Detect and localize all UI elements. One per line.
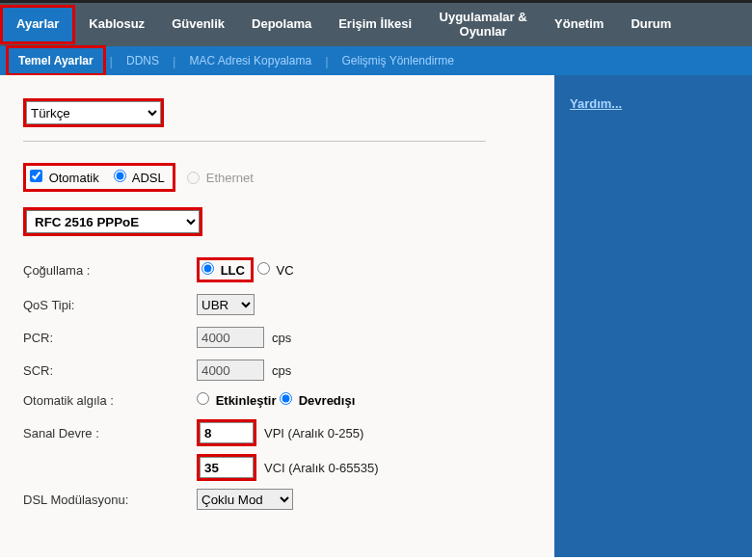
auto-adsl-highlight: Otomatik ADSL bbox=[23, 163, 175, 192]
mux-llc-highlight: LLC bbox=[197, 257, 254, 282]
auto-checkbox-label[interactable]: Otomatik bbox=[30, 170, 99, 185]
mux-llc-text: LLC bbox=[221, 263, 245, 278]
subnav-ddns[interactable]: DDNS bbox=[117, 48, 169, 73]
qos-label: QoS Tipi: bbox=[23, 298, 197, 312]
scr-row: SCR: cps bbox=[23, 360, 537, 381]
subnav-temel-ayarlar[interactable]: Temel Ayarlar bbox=[6, 45, 106, 76]
pcr-unit: cps bbox=[272, 331, 291, 345]
autodetect-disable-label[interactable]: Devredışı bbox=[280, 392, 355, 408]
autodetect-label: Otomatik algıla : bbox=[23, 393, 197, 408]
vci-input[interactable] bbox=[200, 457, 254, 478]
autodetect-row: Otomatik algıla : Etkinleştir Devredışı bbox=[23, 392, 537, 408]
help-link[interactable]: Yardım... bbox=[570, 96, 622, 111]
ethernet-radio[interactable] bbox=[187, 172, 200, 184]
mux-vc-radio[interactable] bbox=[257, 262, 270, 275]
dsl-mod-row: DSL Modülasyonu: Çoklu Mod bbox=[23, 489, 537, 510]
mux-vc-text: VC bbox=[277, 263, 294, 278]
subnav-sep: | bbox=[106, 54, 117, 68]
main-area: Türkçe Otomatik ADSL Ethernet bbox=[0, 75, 752, 557]
scr-input[interactable] bbox=[197, 360, 264, 381]
language-highlight: Türkçe bbox=[23, 98, 164, 127]
subnav-mac-kopyalama[interactable]: MAC Adresi Kopyalama bbox=[179, 48, 321, 73]
adsl-text: ADSL bbox=[132, 171, 165, 185]
scr-label: SCR: bbox=[23, 363, 197, 378]
ethernet-text: Ethernet bbox=[206, 171, 254, 185]
vc-label: Sanal Devre : bbox=[23, 426, 197, 440]
connection-type-row: Otomatik ADSL Ethernet bbox=[23, 163, 537, 192]
qos-select[interactable]: UBR bbox=[197, 294, 255, 315]
nav-yonetim[interactable]: Yönetim bbox=[541, 8, 617, 40]
help-sidebar: Yardım... bbox=[554, 75, 752, 557]
pcr-row: PCR: cps bbox=[23, 327, 537, 348]
qos-row: QoS Tipi: UBR bbox=[23, 294, 537, 315]
pcr-input[interactable] bbox=[197, 327, 264, 348]
auto-checkbox[interactable] bbox=[30, 170, 42, 182]
encapsulation-select[interactable]: RFC 2516 PPPoE bbox=[26, 210, 200, 233]
pcr-label: PCR: bbox=[23, 331, 197, 345]
vpi-highlight bbox=[197, 419, 256, 446]
autodetect-enable-label[interactable]: Etkinleştir bbox=[197, 392, 276, 408]
auto-text: Otomatik bbox=[49, 171, 99, 185]
vpi-row: Sanal Devre : VPI (Aralık 0-255) bbox=[23, 419, 537, 446]
nav-erisim-ilkesi[interactable]: Erişim İlkesi bbox=[325, 8, 425, 40]
nav-depolama[interactable]: Depolama bbox=[238, 8, 325, 40]
adsl-radio[interactable] bbox=[114, 170, 126, 182]
mux-vc-label[interactable]: VC bbox=[257, 262, 294, 278]
nav-guvenlik[interactable]: Güvenlik bbox=[158, 8, 238, 40]
ethernet-radio-label[interactable]: Ethernet bbox=[183, 169, 257, 187]
subnav-gelismis-yonlendirme[interactable]: Gelişmiş Yönlendirme bbox=[333, 48, 465, 73]
dsl-mod-label: DSL Modülasyonu: bbox=[23, 493, 197, 507]
nav-ayarlar[interactable]: Ayarlar bbox=[0, 5, 75, 43]
vpi-input[interactable] bbox=[200, 422, 254, 443]
vpi-hint: VPI (Aralık 0-255) bbox=[264, 426, 363, 440]
vci-highlight bbox=[197, 454, 256, 481]
nav-uygulamalar-oyunlar[interactable]: Uygulamalar & Oyunlar bbox=[425, 1, 541, 48]
sub-nav: Temel Ayarlar | DDNS | MAC Adresi Kopyal… bbox=[0, 46, 752, 75]
mux-label: Çoğullama : bbox=[23, 263, 197, 278]
vci-hint: VCI (Aralık 0-65535) bbox=[264, 461, 379, 475]
content-panel: Türkçe Otomatik ADSL Ethernet bbox=[0, 75, 554, 557]
vci-row: VCI (Aralık 0-65535) bbox=[23, 454, 537, 481]
scr-unit: cps bbox=[272, 363, 291, 378]
nav-durum[interactable]: Durum bbox=[617, 8, 685, 40]
mux-row: Çoğullama : LLC VC bbox=[23, 257, 537, 282]
top-nav: Ayarlar Kablosuz Güvenlik Depolama Erişi… bbox=[0, 0, 752, 46]
autodetect-enable-text: Etkinleştir bbox=[216, 393, 277, 408]
adsl-radio-label[interactable]: ADSL bbox=[114, 170, 165, 185]
autodetect-disable-text: Devredışı bbox=[299, 393, 356, 408]
mux-llc-radio[interactable] bbox=[201, 262, 214, 275]
encapsulation-highlight: RFC 2516 PPPoE bbox=[23, 207, 202, 236]
subnav-sep: | bbox=[321, 54, 332, 68]
mux-llc-label[interactable]: LLC bbox=[201, 262, 245, 278]
dsl-mod-select[interactable]: Çoklu Mod bbox=[197, 489, 293, 510]
autodetect-disable-radio[interactable] bbox=[280, 392, 292, 405]
divider bbox=[23, 141, 486, 142]
encapsulation-row: RFC 2516 PPPoE bbox=[23, 207, 537, 236]
language-select[interactable]: Türkçe bbox=[26, 101, 161, 124]
nav-kablosuz[interactable]: Kablosuz bbox=[75, 8, 158, 40]
autodetect-enable-radio[interactable] bbox=[197, 392, 209, 405]
subnav-sep: | bbox=[169, 54, 179, 68]
